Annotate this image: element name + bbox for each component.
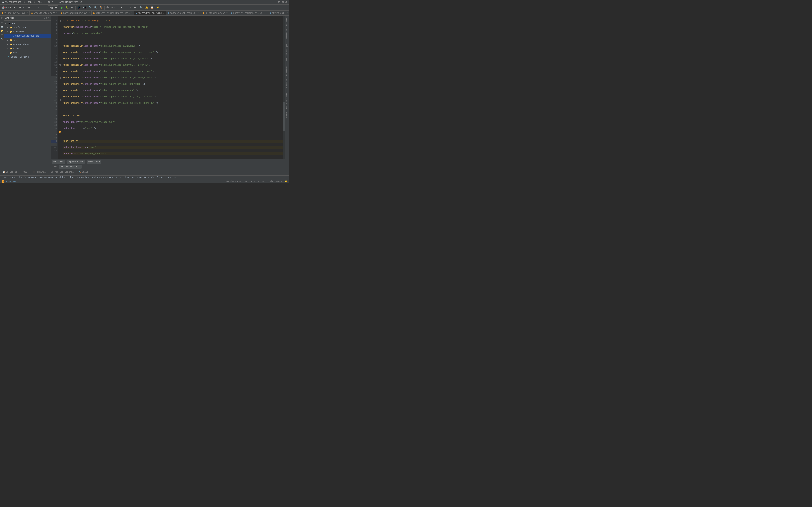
- tree-item-res[interactable]: ▸ 📂 res: [4, 51, 51, 55]
- build-tab[interactable]: 🔨 Build: [78, 169, 89, 175]
- code-line-19: [63, 133, 283, 136]
- search-btn[interactable]: ≡: [32, 6, 35, 9]
- tab-merged-manifest[interactable]: Merged Manifest: [59, 165, 82, 169]
- git-update-btn[interactable]: ⬇: [119, 6, 123, 9]
- debug-btn[interactable]: 🐛: [65, 6, 70, 9]
- git-revert-btn[interactable]: ↩: [133, 6, 137, 9]
- close-tab-content-chat[interactable]: ×: [198, 12, 199, 14]
- tree-item-generatedjava[interactable]: ▸ 📂 generatedJava: [4, 42, 51, 47]
- breadcrumb-tab-metadata[interactable]: meta-data: [87, 160, 101, 164]
- sync-btn[interactable]: ⟳: [22, 6, 27, 9]
- event-log[interactable]: Event Log: [6, 180, 16, 182]
- favorites-panel[interactable]: Favorites: [286, 78, 289, 91]
- vcs-btn[interactable]: 📋: [150, 6, 155, 9]
- project-structure-btn[interactable]: ⊞: [18, 6, 22, 9]
- tab-content-chat[interactable]: content_chat_room.xml ×: [166, 11, 201, 15]
- navigate-fwd-btn[interactable]: →: [42, 6, 46, 9]
- tab-text[interactable]: Text: [51, 165, 59, 169]
- fold-marker-27[interactable]: -: [59, 99, 61, 101]
- breadcrumb-file[interactable]: AndroidManifest.xml: [59, 1, 84, 3]
- profile-btn[interactable]: ⏱: [70, 6, 74, 9]
- toolbar-sep-3: [47, 6, 47, 9]
- settings-btn[interactable]: ⚙: [27, 6, 31, 9]
- tab-databasehelper[interactable]: DatabaseHelper.java ×: [59, 11, 92, 15]
- version-control-tab[interactable]: 9: Version Control: [50, 169, 74, 175]
- breadcrumb-main[interactable]: main: [48, 1, 53, 3]
- build-variants-icon[interactable]: 🔨: [0, 38, 4, 41]
- git-push-btn[interactable]: ⬆: [124, 6, 128, 9]
- tree-item-java[interactable]: ▸ 📂 java: [4, 38, 51, 42]
- breadcrumb-tab-application[interactable]: application: [67, 160, 85, 164]
- code-line-12: <uses-permission android:name="android.p…: [63, 89, 283, 92]
- tree-item-app[interactable]: ▾ 📱 app: [4, 21, 51, 25]
- viewer-panel[interactable]: Viewer: [286, 111, 289, 120]
- tab-activity-permissions[interactable]: activity_permissions.xml ×: [230, 11, 268, 15]
- java-indicator: [203, 12, 204, 14]
- resource-manager-icon[interactable]: 📁: [0, 29, 4, 33]
- close-tab-strings[interactable]: ×: [287, 12, 288, 14]
- run-btn[interactable]: ▶: [60, 5, 64, 10]
- favorites-icon[interactable]: ★: [0, 21, 4, 24]
- tab-arnavigation[interactable]: ArNavigation.java ×: [30, 11, 59, 15]
- tab-getlocation[interactable]: GetLocationCoordinates.java ×: [92, 11, 134, 15]
- fold-marker-20[interactable]: -: [59, 77, 61, 79]
- git-commit-btn[interactable]: ✔: [129, 6, 133, 9]
- fold-marker-16[interactable]: -: [59, 64, 61, 66]
- close-tab-mainactivity[interactable]: ×: [27, 12, 28, 14]
- logcat-tab[interactable]: 📋 6: Logcat: [2, 169, 18, 175]
- avd-btn[interactable]: 📲: [82, 6, 87, 9]
- terminal-tab[interactable]: ⬛ Terminal: [32, 169, 47, 175]
- power-save-btn[interactable]: ⚡: [155, 6, 160, 9]
- xml-indicator: [136, 13, 137, 14]
- bottom-panel: 📋 6: Logcat TODO ⬛ Terminal 9: Version C…: [0, 169, 289, 175]
- sdk-btn[interactable]: 🔧: [88, 6, 93, 9]
- tree-collapse-icon[interactable]: ≡: [48, 17, 49, 19]
- build-variants-panel[interactable]: Build Variants: [286, 92, 289, 110]
- android-dropdown[interactable]: 🤖 Android ▾: [1, 6, 16, 9]
- structure-panel[interactable]: Structure: [286, 64, 289, 77]
- attributes-panel[interactable]: Attributes: [286, 28, 289, 42]
- close-tab-arnavigation[interactable]: ×: [56, 12, 57, 14]
- breadcrumb-src[interactable]: src: [38, 1, 42, 3]
- tab-permissions[interactable]: Permissions.java ×: [201, 11, 230, 15]
- close-tab-getlocation[interactable]: ×: [131, 12, 132, 14]
- breadcrumb-tab-manifest[interactable]: manifest: [52, 160, 65, 164]
- code-area[interactable]: 12345 678910 1112131415 16171819 20 2122…: [51, 16, 285, 159]
- device-btn[interactable]: 📱: [77, 6, 82, 9]
- tree-item-manifests[interactable]: ▾ 📂 manifests: [4, 30, 51, 34]
- tab-androidmanifest[interactable]: AndroidManifest.xml ×: [134, 11, 166, 15]
- minimap[interactable]: [283, 16, 285, 159]
- tree-item-sampledata[interactable]: ▸ 📂 sampledata: [4, 25, 51, 30]
- git-branch-status: Git: master: [270, 180, 282, 182]
- todo-tab[interactable]: TODO: [21, 169, 28, 175]
- resource-manager-panel[interactable]: Resource Manager: [286, 43, 289, 63]
- tree-item-gradle[interactable]: ▸ 🔨 Gradle Scripts: [4, 55, 51, 59]
- close-tab-activity-permissions[interactable]: ×: [265, 12, 266, 14]
- fold-marker-2[interactable]: -: [59, 20, 61, 22]
- breadcrumb-app[interactable]: app: [28, 1, 32, 3]
- folder-icon: 📂: [10, 47, 13, 50]
- search-everywhere-btn[interactable]: 🔍: [139, 6, 144, 9]
- palette-panel[interactable]: Palette: [286, 16, 289, 27]
- tree-item-assets[interactable]: ▸ 📂 assets: [4, 47, 51, 51]
- tree-item-androidmanifest[interactable]: 🗋 AndroidManifest.xml: [4, 34, 51, 38]
- breadcrumb-avatarchatbot[interactable]: 🤖 AvatarChatbot: [2, 1, 21, 4]
- code-editor[interactable]: <?xml version="1.0" encoding="utf-8"?> <…: [61, 16, 283, 159]
- close-tab-androidmanifest[interactable]: ×: [163, 12, 164, 14]
- code-line-17: android:name="android.hardware.camera.ar…: [63, 121, 283, 124]
- configuration-dropdown[interactable]: app: [48, 5, 58, 10]
- tree-sync-icon[interactable]: ⟳: [46, 17, 47, 19]
- navigate-back-btn[interactable]: ←: [37, 6, 41, 9]
- tab-mainactivity[interactable]: MainActivity.java ×: [0, 11, 30, 15]
- close-tab-permissions[interactable]: ×: [226, 12, 227, 14]
- layout-inspector-btn[interactable]: 🔍: [93, 6, 98, 9]
- notifications-btn[interactable]: 🔔: [144, 6, 149, 9]
- tab-strings[interactable]: strings.xml ×: [268, 11, 289, 15]
- close-tab-databasehelper[interactable]: ×: [89, 12, 90, 14]
- project-icon[interactable]: P: [0, 16, 4, 20]
- java-indicator: [2, 12, 3, 14]
- tree-settings-icon[interactable]: ⚙: [44, 17, 45, 19]
- android-icon-side[interactable]: 🤖: [0, 25, 4, 28]
- theme-editor-btn[interactable]: 🎨: [99, 6, 104, 9]
- structure-icon[interactable]: ≡: [0, 34, 4, 37]
